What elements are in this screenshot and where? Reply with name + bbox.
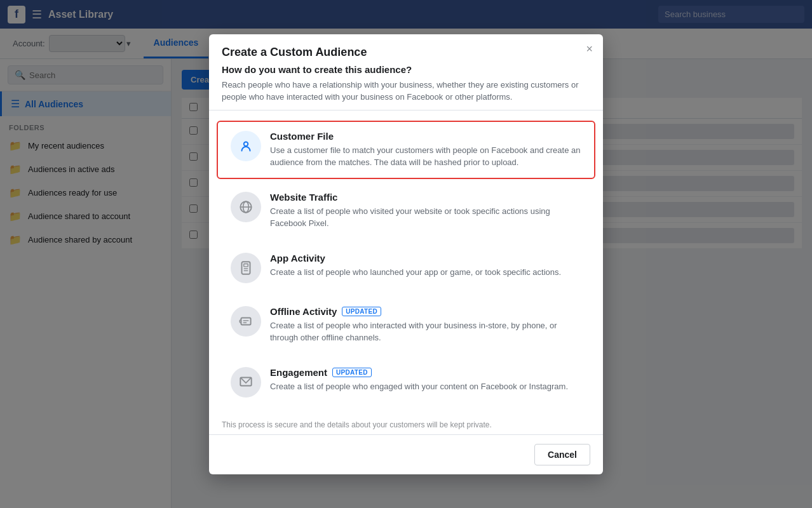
option-website-traffic[interactable]: Website Traffic Create a list of people …	[217, 182, 595, 240]
engagement-desc: Create a list of people who engaged with…	[270, 380, 581, 393]
customer-file-icon	[231, 131, 261, 161]
option-offline-activity[interactable]: Offline Activity UPDATED Create a list o…	[217, 296, 595, 354]
offline-activity-title: Offline Activity UPDATED	[270, 306, 581, 317]
modal-body: Customer File Use a customer file to mat…	[209, 110, 603, 418]
engagement-updated-badge: UPDATED	[332, 368, 372, 377]
customer-file-info: Customer File Use a customer file to mat…	[270, 131, 581, 169]
website-traffic-icon	[231, 192, 261, 222]
option-customer-file[interactable]: Customer File Use a customer file to mat…	[217, 121, 595, 179]
modal-header: Create a Custom Audience × How do you wa…	[209, 34, 603, 110]
app-activity-desc: Create a list of people who launched you…	[270, 266, 581, 279]
cancel-button[interactable]: Cancel	[534, 444, 590, 465]
website-traffic-title: Website Traffic	[270, 192, 581, 203]
modal-close-button[interactable]: ×	[586, 43, 593, 55]
modal-question: How do you want to create this audience?	[222, 64, 590, 75]
offline-activity-info: Offline Activity UPDATED Create a list o…	[270, 306, 581, 344]
engagement-title: Engagement UPDATED	[270, 367, 581, 378]
modal-overlay: Create a Custom Audience × How do you wa…	[0, 0, 812, 508]
engagement-icon	[231, 367, 261, 398]
offline-activity-desc: Create a list of people who interacted w…	[270, 319, 581, 344]
app-activity-icon	[231, 253, 261, 283]
app-activity-info: App Activity Create a list of people who…	[270, 253, 581, 279]
modal-title: Create a Custom Audience	[222, 46, 590, 59]
option-app-activity[interactable]: App Activity Create a list of people who…	[217, 243, 595, 293]
svg-rect-6	[244, 264, 248, 266]
svg-rect-9	[241, 318, 250, 324]
modal-privacy-note: This process is secure and the details a…	[209, 418, 603, 434]
customer-file-desc: Use a customer file to match your custom…	[270, 144, 581, 169]
offline-updated-badge: UPDATED	[342, 307, 381, 316]
create-audience-modal: Create a Custom Audience × How do you wa…	[209, 34, 603, 474]
website-traffic-info: Website Traffic Create a list of people …	[270, 192, 581, 230]
app-activity-title: App Activity	[270, 253, 581, 264]
offline-activity-icon	[231, 306, 261, 337]
modal-subtitle: Reach people who have a relationship wit…	[222, 79, 590, 104]
engagement-info: Engagement UPDATED Create a list of peop…	[270, 367, 581, 393]
modal-footer: Cancel	[209, 434, 603, 474]
website-traffic-desc: Create a list of people who visited your…	[270, 205, 581, 230]
option-engagement[interactable]: Engagement UPDATED Create a list of peop…	[217, 357, 595, 408]
customer-file-title: Customer File	[270, 131, 581, 142]
